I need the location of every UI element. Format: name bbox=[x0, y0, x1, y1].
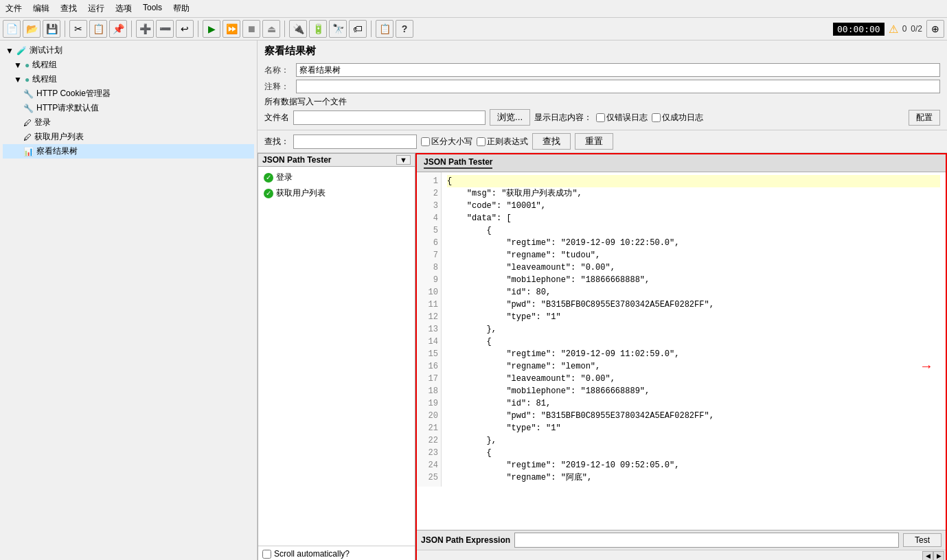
thread-icon-1: ● bbox=[25, 60, 30, 70]
expression-bar: JSON Path Expression Test bbox=[417, 530, 946, 550]
undo-button[interactable]: ↩ bbox=[176, 20, 194, 38]
regex-label[interactable]: 正则表达式 bbox=[477, 136, 528, 148]
menu-run[interactable]: 运行 bbox=[85, 1, 107, 16]
toolbar: 📄 📂 💾 ✂ 📋 📌 ➕ ➖ ↩ ▶ ⏩ ⏹ ⏏ 🔌 🔋 🔭 🏷 📋 ? 00… bbox=[0, 18, 947, 40]
expand-icon: ▼ bbox=[5, 46, 14, 56]
search-bar: 查找： 区分大小写 正则表达式 查找 重置 bbox=[258, 130, 947, 153]
file-row: 文件名 浏览... 显示日志内容： 仅错误日志 仅成功日志 配置 bbox=[264, 109, 940, 126]
list-item[interactable]: ✓ 登录 bbox=[261, 170, 412, 185]
name-label: 名称： bbox=[264, 65, 292, 76]
template-button[interactable]: 🏷 bbox=[349, 20, 367, 38]
case-sensitive-checkbox[interactable] bbox=[421, 137, 430, 146]
search-label: 查找： bbox=[264, 136, 289, 148]
tree-item-http-default[interactable]: 🔧 HTTP请求默认值 bbox=[3, 101, 254, 115]
browse-button[interactable]: 浏览... bbox=[490, 109, 530, 126]
name-input[interactable] bbox=[296, 63, 940, 77]
warning-icon: ⚠ bbox=[889, 23, 898, 36]
toolbar-separator-5 bbox=[371, 21, 372, 37]
binoculars-button[interactable]: 🔭 bbox=[329, 20, 347, 38]
menu-find[interactable]: 查找 bbox=[58, 1, 80, 16]
start-no-pause[interactable]: ⏩ bbox=[223, 20, 240, 38]
json-code: { "msg": "获取用户列表成功", "code": "10001", "d… bbox=[442, 172, 946, 487]
comment-input[interactable] bbox=[296, 80, 940, 93]
help-button[interactable]: ? bbox=[396, 20, 413, 38]
tree-item-thread-1[interactable]: ▼ ● 线程组 bbox=[3, 58, 254, 72]
menu-help[interactable]: 帮助 bbox=[170, 1, 192, 16]
tree-item-view-results[interactable]: 📊 察看结果树 bbox=[3, 144, 254, 159]
tester-dropdown-button[interactable]: ▼ bbox=[396, 155, 411, 165]
list-button[interactable]: 📋 bbox=[376, 20, 393, 38]
line-numbers: 1234567891011121314151617181920212223242… bbox=[417, 172, 442, 487]
tree-item-label: 线程组 bbox=[32, 73, 57, 85]
expression-input[interactable] bbox=[514, 533, 899, 548]
reset-button[interactable]: 重置 bbox=[575, 133, 613, 150]
tree-item-label: 线程组 bbox=[32, 59, 57, 71]
menu-edit[interactable]: 编辑 bbox=[30, 1, 52, 16]
toolbar-separator-1 bbox=[65, 21, 65, 37]
tree-item-plan[interactable]: ▼ 🧪 测试计划 bbox=[3, 43, 254, 58]
menubar: 文件 编辑 查找 运行 选项 Tools 帮助 bbox=[0, 0, 947, 18]
case-sensitive-text: 区分大小写 bbox=[431, 136, 472, 148]
remote-stop[interactable]: 🔋 bbox=[309, 20, 327, 38]
main-container: ▼ 🧪 测试计划 ▼ ● 线程组 ▼ ● 线程组 🔧 HTTP Cookie管理… bbox=[0, 40, 947, 560]
file-label: 文件名 bbox=[264, 112, 289, 124]
menu-options[interactable]: 选项 bbox=[113, 1, 135, 16]
shutdown-button[interactable]: ⏏ bbox=[262, 20, 280, 38]
paste-button[interactable]: 📌 bbox=[109, 20, 127, 38]
find-button[interactable]: 查找 bbox=[532, 133, 571, 150]
list-item[interactable]: ✓ 获取用户列表 bbox=[261, 185, 412, 201]
remote-start[interactable]: 🔌 bbox=[289, 20, 307, 38]
toolbar-separator-2 bbox=[131, 21, 132, 37]
expand-button[interactable]: ⊕ bbox=[926, 20, 944, 38]
expand-icon-t2: ▼ bbox=[14, 75, 22, 84]
file-section: 所有数据写入一个文件 文件名 浏览... 显示日志内容： 仅错误日志 仅成功日志… bbox=[264, 96, 940, 126]
search-input[interactable] bbox=[293, 135, 417, 149]
json-line-container: 1234567891011121314151617181920212223242… bbox=[417, 172, 946, 487]
tree-item-label: 察看结果树 bbox=[36, 145, 78, 157]
start-button[interactable]: ▶ bbox=[203, 20, 220, 38]
copy-button[interactable]: 📋 bbox=[89, 20, 107, 38]
tree-item-login[interactable]: 🖊 登录 bbox=[3, 115, 254, 130]
http-icon-login: 🖊 bbox=[23, 118, 32, 128]
tester-list-title: JSON Path Tester bbox=[262, 155, 393, 165]
success-icon-login: ✓ bbox=[264, 173, 273, 183]
error-log-checkbox-label[interactable]: 仅错误日志 bbox=[596, 112, 648, 124]
cut-button[interactable]: ✂ bbox=[69, 20, 87, 38]
file-input[interactable] bbox=[293, 110, 486, 125]
case-sensitive-label[interactable]: 区分大小写 bbox=[421, 136, 472, 148]
remove-button[interactable]: ➖ bbox=[156, 20, 174, 38]
timer-display: 00:00:00 bbox=[833, 23, 885, 36]
test-button[interactable]: Test bbox=[903, 533, 942, 547]
comment-row: 注释： bbox=[264, 80, 940, 93]
success-log-checkbox[interactable] bbox=[652, 113, 661, 122]
tree-item-cookie[interactable]: 🔧 HTTP Cookie管理器 bbox=[3, 86, 254, 101]
name-row: 名称： bbox=[264, 63, 940, 77]
scroll-right-btn[interactable]: ▶ bbox=[933, 551, 944, 561]
error-log-checkbox[interactable] bbox=[596, 113, 605, 122]
stop-button[interactable]: ⏹ bbox=[242, 20, 260, 38]
list-item-label: 登录 bbox=[276, 172, 293, 183]
tester-list-items: ✓ 登录 ✓ 获取用户列表 bbox=[258, 167, 415, 546]
scroll-left-btn[interactable]: ◀ bbox=[922, 551, 933, 561]
scroll-auto-checkbox[interactable] bbox=[262, 550, 271, 559]
success-log-checkbox-label[interactable]: 仅成功日志 bbox=[652, 112, 703, 124]
tester-list-header: JSON Path Tester ▼ bbox=[258, 154, 415, 167]
wrench-icon-1: 🔧 bbox=[23, 89, 34, 99]
scroll-auto-row: Scroll automatically? bbox=[258, 546, 415, 560]
error-log-label: 仅错误日志 bbox=[606, 112, 648, 124]
menu-tools[interactable]: Tools bbox=[140, 1, 165, 16]
new-button[interactable]: 📄 bbox=[3, 20, 21, 38]
config-button[interactable]: 配置 bbox=[909, 110, 940, 126]
tree-item-get-users[interactable]: 🖊 获取用户列表 bbox=[3, 130, 254, 144]
plan-icon: 🧪 bbox=[16, 46, 27, 56]
regex-text: 正则表达式 bbox=[487, 136, 528, 148]
open-button[interactable]: 📂 bbox=[23, 20, 41, 38]
save-button[interactable]: 💾 bbox=[43, 20, 60, 38]
tester-json-content[interactable]: 1234567891011121314151617181920212223242… bbox=[417, 172, 946, 530]
tree-item-thread-2[interactable]: ▼ ● 线程组 bbox=[3, 72, 254, 86]
tester-json-panel: JSON Path Tester 12345678910111213141516… bbox=[415, 153, 947, 560]
add-button[interactable]: ➕ bbox=[136, 20, 154, 38]
tester-json-tab[interactable]: JSON Path Tester bbox=[417, 154, 946, 172]
menu-file[interactable]: 文件 bbox=[3, 1, 25, 16]
regex-checkbox[interactable] bbox=[477, 137, 486, 146]
